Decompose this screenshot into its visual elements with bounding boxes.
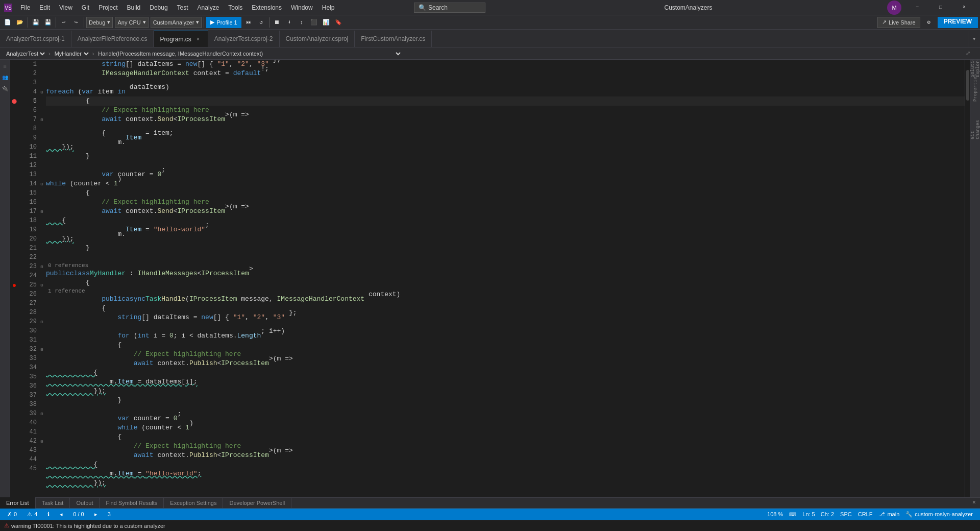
- close-tab-program-cs[interactable]: ×: [194, 36, 202, 43]
- scrollbar-thumb[interactable]: [966, 70, 969, 101]
- code-line-36: }: [46, 396, 965, 405]
- bottom-tab-find-symbol[interactable]: Find Symbol Results: [100, 497, 164, 509]
- user-avatar[interactable]: M: [887, 1, 901, 15]
- toolbar-separator-3: [84, 17, 84, 28]
- search-box[interactable]: 🔍 Search: [414, 3, 485, 13]
- toolbar-separator-2: [56, 17, 56, 28]
- tab-firstcustomanalyzer-cs[interactable]: FirstCustomAnalyzer.cs: [355, 31, 432, 47]
- solution-explorer-right-icon[interactable]: Solution Explorer: [971, 62, 980, 71]
- platform-dropdown[interactable]: Any CPU ▾: [115, 17, 148, 28]
- bottom-tab-powershell[interactable]: Developer PowerShell: [223, 497, 291, 509]
- git-changes-icon[interactable]: Git Changes: [971, 125, 980, 134]
- tab-analyzertest-csproj-2[interactable]: AnalyzerTest.csproj-2: [208, 31, 280, 47]
- tab-more-button[interactable]: ▾: [968, 31, 980, 47]
- menu-edit[interactable]: Edit: [35, 2, 54, 13]
- preview-button[interactable]: PREVIEW: [938, 17, 978, 28]
- bottom-tab-output[interactable]: Output: [70, 497, 100, 509]
- tab-bar: AnalyzerTest.csproj-1 AnalyzerFileRefere…: [0, 30, 980, 47]
- menu-project[interactable]: Project: [94, 2, 121, 13]
- breadcrumb-project-select[interactable]: AnalyzerTest: [4, 48, 46, 59]
- undo-button[interactable]: ↩: [58, 17, 69, 28]
- menu-git[interactable]: Git: [78, 2, 93, 13]
- bottom-tab-exception[interactable]: Exception Settings: [164, 497, 223, 509]
- expand-editor-button[interactable]: ⤢: [966, 50, 976, 57]
- debug-mode-dropdown[interactable]: Debug ▾: [86, 17, 113, 28]
- status-line-ending[interactable]: CRLF: [855, 509, 876, 520]
- step-over-button[interactable]: ↺: [256, 17, 267, 28]
- code-line-35: });: [46, 387, 965, 396]
- tab-customanalyzer-csproj[interactable]: CustomAnalyzer.csproj: [280, 31, 355, 47]
- status-spc[interactable]: SPC: [837, 509, 855, 520]
- menu-file[interactable]: File: [16, 2, 34, 13]
- app-icon: VS: [4, 4, 12, 12]
- save-button[interactable]: 💾: [30, 17, 41, 28]
- minimize-button[interactable]: −: [905, 0, 929, 15]
- debug-tool-3[interactable]: 🔖: [333, 17, 344, 28]
- breadcrumb-bar: AnalyzerTest › MyHandler › Handle(IProce…: [0, 47, 980, 60]
- code-line-25: public async Task Handle(IProcessItem me…: [46, 295, 965, 304]
- breadcrumb-method-select[interactable]: Handle(IProcessItem message, IMessageHan…: [96, 48, 402, 59]
- attach-button[interactable]: ⏭: [243, 17, 255, 28]
- status-cursor-position[interactable]: Ln: 5 Ch: 2: [799, 509, 837, 520]
- save-all-button[interactable]: 💾: [42, 17, 54, 28]
- status-analyzer[interactable]: 🔧 custom-roslyn-analyzer: [902, 509, 976, 520]
- menu-window[interactable]: Window: [287, 2, 317, 13]
- status-zoom[interactable]: 108 %: [764, 509, 786, 520]
- breakpoint-gutter-1[interactable]: [10, 60, 18, 69]
- bottom-tab-error-list[interactable]: Error List: [0, 497, 36, 509]
- step-out-button[interactable]: ↕: [296, 17, 307, 28]
- title-bar: VS File Edit View Git Project Build Debu…: [0, 0, 980, 15]
- status-warnings[interactable]: ⚠ 4: [24, 509, 40, 520]
- breadcrumb-class-select[interactable]: MyHandler: [53, 48, 90, 59]
- editor-main: ≡ 👥 🔌 1 2 3 4⊟ ⬤5 6 7⊟ 8 9 10 11 12 13: [0, 60, 980, 497]
- status-messages[interactable]: ℹ: [44, 509, 53, 520]
- project-dropdown[interactable]: CustomAnalyzer ▾: [151, 17, 202, 28]
- bottom-tab-task-list[interactable]: Task List: [36, 497, 70, 509]
- properties-icon[interactable]: Properties: [971, 83, 980, 92]
- code-line-14: while (counter < 1): [46, 179, 965, 188]
- ref-count-25: 1 reference: [46, 287, 965, 295]
- server-explorer-icon[interactable]: 🔌: [1, 84, 10, 93]
- toolbar-separator-4: [204, 17, 204, 28]
- tab-analyzerfilereference[interactable]: AnalyzerFileReference.cs: [71, 31, 154, 47]
- nav-next-button[interactable]: ▸: [91, 509, 101, 520]
- menu-debug[interactable]: Debug: [145, 2, 172, 13]
- close-button[interactable]: ×: [952, 0, 976, 15]
- open-button[interactable]: 📂: [14, 17, 26, 28]
- redo-button[interactable]: ↪: [70, 17, 82, 28]
- new-file-button[interactable]: 📄: [2, 17, 13, 28]
- menu-help[interactable]: Help: [318, 2, 339, 13]
- options-button[interactable]: ⚙: [923, 17, 935, 28]
- menu-build[interactable]: Build: [123, 2, 145, 13]
- menu-test[interactable]: Test: [173, 2, 192, 13]
- nav-prev-button[interactable]: ◂: [57, 509, 66, 520]
- status-errors[interactable]: ✗ 0: [4, 509, 20, 520]
- debug-tool-1[interactable]: ⬛: [308, 17, 320, 28]
- code-line-4: foreach (var item in dataItems): [46, 87, 965, 96]
- vertical-scrollbar[interactable]: [965, 60, 970, 497]
- code-line-23: public class MyHandler : IHandleMessages…: [46, 269, 965, 278]
- status-branch[interactable]: ⎇ main: [875, 509, 902, 520]
- team-explorer-icon[interactable]: 👥: [1, 73, 10, 82]
- breadcrumb-sep-2: ›: [92, 51, 94, 57]
- live-share-button[interactable]: ↗ Live Share: [877, 17, 920, 28]
- tab-analyzertest-csproj-1[interactable]: AnalyzerTest.csproj-1: [0, 31, 71, 47]
- menu-view[interactable]: View: [55, 2, 77, 13]
- solution-explorer-icon[interactable]: ≡: [1, 62, 10, 71]
- maximize-button[interactable]: □: [929, 0, 952, 15]
- debug-tool-2[interactable]: 📊: [321, 17, 332, 28]
- code-line-9: m.Item = item;: [46, 133, 965, 142]
- step-into-button[interactable]: ⬇: [284, 17, 295, 28]
- window-title: CustomAnalyzers: [489, 4, 887, 11]
- breakpoint-button[interactable]: ⏹: [272, 17, 283, 28]
- tab-program-cs[interactable]: Program.cs ×: [154, 31, 208, 47]
- code-line-22: [46, 253, 965, 262]
- close-bottom-panel-button[interactable]: ×: [968, 497, 980, 509]
- code-content[interactable]: string[] dataItems = new[] { "1", "2", "…: [44, 60, 965, 497]
- menu-extensions[interactable]: Extensions: [248, 2, 286, 13]
- start-debugging-button[interactable]: ▶ Profile 1: [206, 17, 241, 28]
- menu-analyze[interactable]: Analyze: [193, 2, 224, 13]
- code-editor[interactable]: 1 2 3 4⊟ ⬤5 6 7⊟ 8 9 10 11 12 13 14⊟ 15 …: [10, 60, 970, 497]
- menu-tools[interactable]: Tools: [224, 2, 247, 13]
- bottom-panel-tabs: Error List Task List Output Find Symbol …: [0, 497, 980, 509]
